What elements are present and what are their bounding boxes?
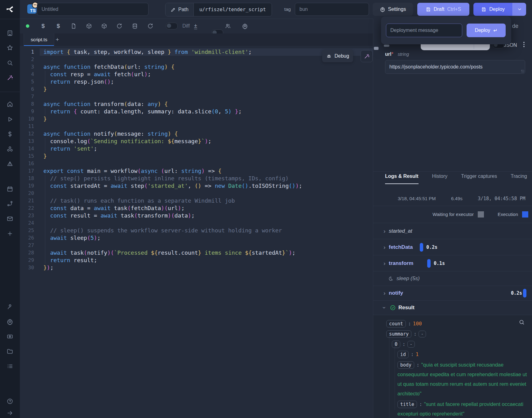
json-collapse-toggle[interactable]: - [407, 341, 415, 348]
pencil-icon [171, 7, 176, 12]
tag-input[interactable]: bun [295, 3, 369, 16]
line-number: 24 [20, 219, 34, 227]
line-number: 23 [20, 212, 34, 219]
add-tab-button[interactable]: + [53, 33, 62, 46]
edit-path-button[interactable]: Path [166, 3, 194, 16]
contextual-dollar-icon[interactable]: $ [57, 23, 60, 29]
add-plus-icon[interactable] [7, 230, 13, 237]
search-icon[interactable] [7, 59, 13, 66]
runs-play-icon[interactable] [7, 116, 13, 123]
script-title-input[interactable]: Untitled [37, 3, 149, 16]
code-line: }); [40, 264, 373, 271]
package-icon[interactable] [86, 23, 92, 29]
code-editor[interactable]: 1234567891011121314151617181920212223242… [20, 46, 373, 418]
workflow-step-notify[interactable]: ›notify0.2s [373, 286, 532, 300]
legend-label: Waiting for executor [432, 212, 474, 217]
sidebar [0, 0, 20, 418]
search-result-icon[interactable] [518, 319, 525, 326]
package-icon[interactable] [101, 23, 107, 29]
rotate-icon[interactable] [116, 23, 122, 29]
line-number: 17 [20, 167, 34, 175]
editor-settings-gear-icon[interactable] [242, 23, 248, 29]
variables-dollar-icon[interactable] [7, 131, 13, 138]
workers-icon[interactable] [7, 333, 13, 340]
run-duration: 6.49s [451, 196, 463, 201]
step-duration: 0.1s [434, 261, 445, 266]
audit-logs-list-icon[interactable] [7, 363, 13, 370]
tab-logs-result[interactable]: Logs & Result [385, 174, 419, 184]
step-name: fetchData [389, 244, 413, 250]
workflow-step-fetchData[interactable]: ›fetchData0.2s [373, 239, 532, 255]
path-group: Path u/rfiszel/tender_script [165, 3, 272, 16]
settings-gear-icon[interactable] [7, 318, 13, 325]
workspace-icon[interactable] [7, 30, 13, 37]
json-row: 0:- [386, 340, 530, 349]
panel-divider [373, 171, 532, 172]
json-index-key: 0 [392, 341, 400, 348]
resize-handle[interactable] [521, 70, 524, 73]
favorites-star-icon[interactable] [7, 44, 13, 51]
tab-script-ts[interactable]: script.ts [24, 33, 54, 46]
result-label: Result [398, 305, 415, 311]
status-dot-icon [26, 24, 29, 28]
debug-button[interactable]: Debug [322, 50, 353, 62]
json-number-value: 100 [413, 321, 422, 327]
schedules-prism-icon[interactable] [7, 161, 13, 167]
code-line: return result; [40, 257, 373, 264]
code-line: const data = await task(fetchData)(url); [40, 205, 373, 212]
json-key: id [397, 351, 409, 358]
file-icon[interactable] [70, 23, 77, 29]
tab-history[interactable]: History [432, 174, 448, 184]
diff-plus-minus-icon: ± [194, 23, 197, 29]
result-row[interactable]: › Result [373, 300, 532, 315]
draft-button[interactable]: DraftCtrl+S [417, 3, 469, 16]
kebab-menu-icon[interactable] [523, 42, 525, 47]
settings-button[interactable]: Settings [373, 3, 413, 16]
deployment-message-input[interactable] [386, 24, 462, 37]
workflow-step-started_at[interactable]: ›started_at [373, 223, 532, 239]
required-mark: * [391, 51, 393, 57]
chevron-right-icon: › [383, 244, 388, 251]
collapse-arrow-icon[interactable] [7, 410, 13, 416]
code-line: } [40, 152, 373, 160]
code-line [40, 219, 373, 227]
line-number: 27 [20, 242, 34, 249]
ai-wand-icon[interactable] [7, 74, 13, 81]
workflow-step-sleeps[interactable]: sleep (5s) [373, 271, 532, 286]
panel-splitter-handle[interactable] [374, 47, 379, 50]
line-number: 28 [20, 249, 34, 257]
refresh-icon[interactable] [147, 23, 153, 29]
tab-trigger-captures[interactable]: Trigger captures [461, 174, 497, 184]
ai-wand-button[interactable] [361, 50, 373, 62]
json-collapse-toggle[interactable]: - [419, 331, 426, 337]
line-number: 15 [20, 152, 34, 160]
windmill-logo-icon[interactable] [5, 4, 15, 14]
database-icon[interactable] [132, 23, 138, 29]
mail-icon[interactable] [7, 215, 13, 222]
user-icon[interactable] [7, 303, 13, 310]
users-icon [225, 23, 231, 29]
popup-deploy-button[interactable]: Deploy↵ [467, 24, 506, 37]
line-number: 10 [20, 115, 34, 123]
legend-label: Execution [498, 212, 518, 217]
diff-toggle[interactable] [166, 23, 178, 29]
deploy-options-caret[interactable] [512, 3, 526, 16]
resources-cubes-icon[interactable] [7, 146, 13, 152]
path-value[interactable]: u/rfiszel/tender_script [194, 3, 272, 16]
code-line: return resp.json(); [40, 78, 373, 86]
calendar-icon[interactable] [7, 186, 13, 192]
deploy-button[interactable]: Deploy [473, 3, 512, 16]
variables-dollar-icon[interactable]: $ [42, 23, 45, 29]
folders-icon[interactable] [7, 348, 13, 355]
flows-route-icon[interactable] [7, 200, 13, 207]
workflow-step-transform[interactable]: ›transform0.1s [373, 255, 532, 271]
json-row: body:"quia et suscipit suscipit recusand… [386, 360, 530, 398]
tab-tracing[interactable]: Tracing [511, 174, 527, 184]
help-icon[interactable] [7, 398, 13, 405]
code-line: async function transform(data: any) { [40, 100, 373, 108]
line-number: 30 [20, 264, 34, 271]
deploy-popup: Deploy↵ [381, 16, 511, 44]
url-input[interactable]: https://jsonplaceholder.typicode.com/pos… [385, 60, 525, 74]
home-icon[interactable] [7, 101, 13, 108]
json-row: id:1 [386, 350, 530, 359]
